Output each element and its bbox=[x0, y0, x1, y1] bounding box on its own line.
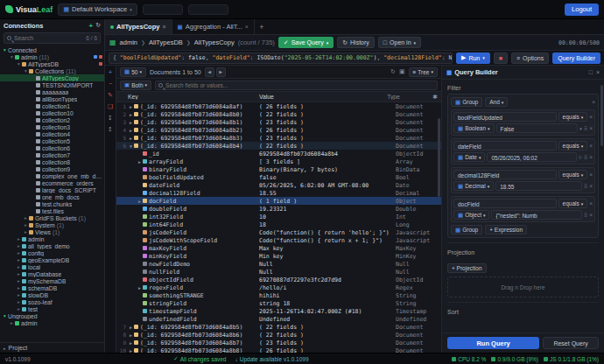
tree-chevron-icon[interactable]: ▸ bbox=[16, 306, 22, 312]
tree-item-aaaaaaaa[interactable]: aaaaaaaa bbox=[0, 88, 104, 95]
document-row[interactable]: 1▶(_id: 6929584d8fb073d6084a8af)( 26 fie… bbox=[116, 102, 441, 110]
history-button[interactable]: ↻ History bbox=[337, 37, 375, 48]
documents-scrollbar[interactable] bbox=[438, 118, 440, 197]
tree-chevron-icon[interactable]: ▸ bbox=[16, 250, 22, 256]
tree-item-collection6[interactable]: collection6 bbox=[0, 144, 104, 151]
tree-item-connected[interactable]: ▾Connected bbox=[0, 46, 104, 53]
expand-chevron-icon[interactable]: ▶ bbox=[128, 128, 134, 133]
sidebar-search[interactable]: 6 / 6 bbox=[4, 32, 101, 44]
tree-item-config[interactable]: ▸config bbox=[0, 249, 104, 256]
query-builder-button[interactable]: Query Builder bbox=[552, 52, 600, 64]
field-row[interactable]: maxKeyFieldMax keyMaxKey bbox=[116, 244, 441, 252]
tree-chevron-icon[interactable]: ▸ bbox=[16, 236, 22, 242]
tree-item-collection8[interactable]: collection8 bbox=[0, 158, 104, 165]
tree-item-one-mb-docs[interactable]: one_mb_docs bbox=[0, 193, 104, 200]
tree-chevron-icon[interactable]: ▾ bbox=[2, 47, 8, 52]
close-panel-icon[interactable]: × bbox=[596, 69, 600, 75]
query-input[interactable]: { "boolFieldUpdated": false, "dateField"… bbox=[109, 52, 453, 64]
tree-item-alltypesdb[interactable]: ▾AllTypesDB bbox=[0, 60, 104, 67]
tree-item-test[interactable]: ▸test bbox=[0, 305, 104, 312]
expand-chevron-icon[interactable]: ▶ bbox=[128, 348, 134, 354]
tree-item-collection1[interactable]: collection1 bbox=[0, 102, 104, 109]
tree-item-admin[interactable]: ▾admin(11) bbox=[0, 53, 104, 60]
projection-dropzone[interactable]: Drag n Drop here bbox=[447, 276, 599, 298]
column-header-key[interactable]: Key bbox=[128, 94, 259, 100]
remove-value-icon[interactable]: × bbox=[589, 212, 593, 218]
condition-value-input[interactable]: {"nested": Numb bbox=[491, 210, 581, 220]
expand-all-icon[interactable]: ▣ bbox=[399, 68, 405, 75]
expand-chevron-icon[interactable]: ▶ bbox=[128, 136, 134, 141]
drag-handle-icon[interactable]: ⠿ bbox=[584, 183, 587, 189]
tree-item-large-docs-script[interactable]: large_docs_SCRIPT bbox=[0, 186, 104, 193]
document-row[interactable]: 2▶(_id: 6929584d8fb073d6084a8b0)( 22 fie… bbox=[116, 110, 441, 118]
field-row[interactable]: nullFieldNullNull bbox=[116, 268, 441, 276]
expand-chevron-icon[interactable]: ▶ bbox=[128, 325, 134, 330]
open-in-button[interactable]: □ Open in ▾ bbox=[378, 37, 421, 48]
field-row[interactable]: somethingSTRANGEhihihiString bbox=[116, 291, 441, 299]
tree-item-collection10[interactable]: collection10 bbox=[0, 109, 104, 116]
condition-value-input[interactable]: 18.55 bbox=[495, 181, 582, 191]
sidebar-search-input[interactable] bbox=[14, 35, 83, 41]
column-header-value[interactable]: Value bbox=[259, 94, 387, 100]
add-document-icon[interactable]: + bbox=[109, 69, 112, 76]
edit-mode-select[interactable]: ▣ Both ▾ bbox=[120, 80, 151, 90]
add-projection-button[interactable]: + Projection bbox=[447, 263, 487, 273]
tree-item-admin[interactable]: ▸admin bbox=[0, 235, 104, 242]
field-row[interactable]: dateField05/26/2025, 6:02:00 AM GMT-08:0… bbox=[116, 181, 441, 189]
duplicate-document-icon[interactable]: ❏ bbox=[108, 103, 113, 110]
tree-item-gridfs-buckets[interactable]: ▸GridFS Buckets(1) bbox=[0, 214, 104, 221]
update-link[interactable]: ↓ Update available v1.0.1099 bbox=[235, 356, 308, 362]
save-query-button[interactable]: ✓ Save Query ▾ bbox=[278, 37, 334, 48]
document-row[interactable]: 4▶(_id: 6929584d8fb073d6084a8b2)( 26 fie… bbox=[116, 126, 441, 134]
condition-field-name[interactable]: boolFieldUpdated bbox=[453, 112, 557, 122]
tree-item-allbsontypes[interactable]: allBsonTypes bbox=[0, 95, 104, 102]
condition-operator-select[interactable]: equals▾ bbox=[558, 199, 588, 208]
group-operator-select[interactable]: And ▾ bbox=[485, 97, 508, 107]
workspace-selector[interactable]: ▦ Default Workspace ▾ bbox=[58, 4, 137, 16]
document-row[interactable]: 5▶(_id: 6929584d8fb073d6084a8b3)( 23 fie… bbox=[116, 134, 441, 142]
drag-handle-icon[interactable]: ⠿ bbox=[584, 154, 587, 160]
stop-button[interactable]: ■ bbox=[494, 52, 508, 64]
condition-type-select[interactable]: ▦Boolean▾ bbox=[453, 123, 495, 133]
tree-chevron-icon[interactable]: ▾ bbox=[2, 313, 8, 318]
tree-chevron-icon[interactable]: ▸ bbox=[16, 299, 22, 304]
field-row[interactable]: binaryFieldBinary(Binary, 7 bytes)BinDat… bbox=[116, 165, 441, 173]
tree-action-icon[interactable] bbox=[94, 55, 97, 59]
view-mode-select[interactable]: ≡ Tree ▾ bbox=[409, 67, 438, 77]
condition-operator-select[interactable]: equals▾ bbox=[558, 170, 588, 179]
tree-chevron-icon[interactable]: ▸ bbox=[16, 264, 22, 270]
remove-value-icon[interactable]: × bbox=[589, 125, 593, 131]
tree-item-sozo-leaf[interactable]: ▸sozo-leaf bbox=[0, 298, 104, 305]
field-row[interactable]: decimal128Field18.55Decimal bbox=[116, 189, 441, 197]
field-row[interactable]: _id6929584d8fb073d6084a8b4ObjectId bbox=[116, 150, 441, 158]
condition-type-select[interactable]: ▦Decimal▾ bbox=[453, 181, 494, 191]
tree-item-alltypescopy[interactable]: AllTypesCopy bbox=[0, 74, 104, 81]
tree-chevron-icon[interactable]: ▸ bbox=[23, 215, 29, 220]
tree-item-collections[interactable]: ▾Collections(11) bbox=[0, 67, 104, 74]
tree-item-collection2[interactable]: collection2 bbox=[0, 116, 104, 123]
field-row[interactable]: undefinedFieldUndefinedUndefined bbox=[116, 315, 441, 323]
condition-value-input[interactable]: False bbox=[496, 123, 579, 133]
field-row[interactable]: ▶docField( 1 field )Object bbox=[116, 197, 441, 205]
tree-chevron-icon[interactable]: ▾ bbox=[23, 68, 29, 74]
run-button[interactable]: ▶ Run ▾ bbox=[456, 52, 490, 64]
tree-chevron-icon[interactable]: ▸ bbox=[16, 292, 22, 298]
document-row[interactable]: 6▼(_id: 6929584d8fb073d6084a8b4)( 22 fie… bbox=[116, 142, 441, 150]
export-icon[interactable]: ↧ bbox=[108, 115, 113, 122]
remove-condition-icon[interactable]: × bbox=[589, 114, 593, 120]
field-row[interactable]: doubleField19.23321Double bbox=[116, 205, 441, 213]
new-tab-button[interactable]: + bbox=[255, 19, 269, 34]
tree-action-icon[interactable] bbox=[99, 62, 102, 66]
tab-aggregation[interactable]: ▦ Aggregation - AllT... × bbox=[172, 19, 255, 34]
tree-item-collection9[interactable]: collection9 bbox=[0, 165, 104, 172]
remove-value-icon[interactable]: × bbox=[589, 183, 593, 189]
tree-chevron-icon[interactable]: ▸ bbox=[16, 243, 22, 248]
tree-item-collection5[interactable]: collection5 bbox=[0, 137, 104, 144]
prev-page-button[interactable]: ◀ bbox=[205, 67, 214, 77]
tree-chevron-icon[interactable]: ▸ bbox=[9, 320, 15, 326]
detach-panel-icon[interactable]: □ bbox=[589, 69, 593, 75]
tree-item-collection7[interactable]: collection7 bbox=[0, 151, 104, 158]
tree-item-test-chunks[interactable]: test.chunks bbox=[0, 200, 104, 207]
builder-scrollbar[interactable] bbox=[600, 85, 603, 146]
project-section[interactable]: ▸ Project bbox=[0, 342, 104, 353]
